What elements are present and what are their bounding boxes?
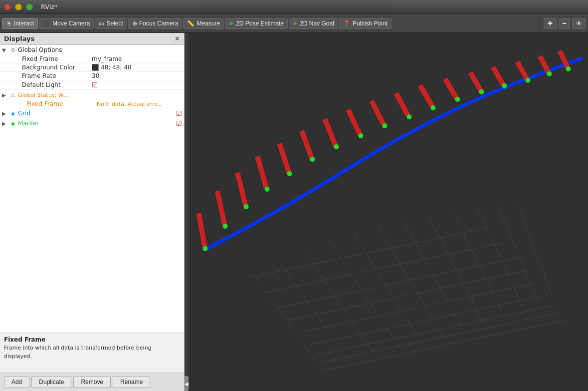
global-status-label: Global Status: W... [18, 92, 68, 98]
remove-button[interactable]: Remove [73, 376, 111, 388]
left-panel: Displays ✕ ▼ ⚙ Global Options Fixed Fram… [0, 33, 185, 391]
close-displays-button[interactable]: ✕ [175, 35, 180, 42]
dot-2 [223, 224, 228, 229]
dot-3 [244, 204, 249, 209]
titlebar: RViz* [0, 0, 588, 14]
info-panel: Fixed Frame Frame into which all data is… [0, 333, 184, 373]
fixed-frame-status-value: No tf data. Actual erro... [97, 101, 182, 107]
close-button[interactable] [4, 3, 11, 10]
displays-title: Displays [4, 35, 34, 42]
maximize-button[interactable] [26, 3, 33, 10]
publish-point-icon: 📍 [343, 20, 351, 27]
pose-estimate-button[interactable]: ➤ 2D Pose Estimate [225, 18, 288, 29]
displays-header: Displays ✕ [0, 33, 184, 45]
add-display-button[interactable]: ✚ [544, 18, 557, 29]
pose-estimate-icon: ➤ [229, 20, 234, 27]
minimize-button[interactable] [15, 3, 22, 10]
dot-15 [526, 78, 531, 83]
duplicate-button[interactable]: Duplicate [31, 376, 71, 388]
dot-14 [502, 83, 507, 88]
background-color-prop[interactable]: Background Color 48; 48; 48 [0, 63, 184, 72]
fixed-frame-value: my_frame [92, 55, 182, 62]
global-options-arrow: ▼ [2, 47, 9, 53]
global-options-label: Global Options [18, 46, 62, 53]
measure-button[interactable]: 📏 Measure [183, 18, 224, 29]
dot-13 [479, 89, 484, 94]
global-options-item[interactable]: ▼ ⚙ Global Options [0, 45, 184, 55]
marker-icon: ◆ [9, 119, 17, 127]
dot-6 [310, 157, 315, 162]
collapse-handle[interactable]: ◀ [185, 376, 189, 391]
nav-goal-icon: ➤ [293, 20, 298, 27]
select-button[interactable]: ▭ Select [95, 18, 127, 29]
info-title: Fixed Frame [4, 336, 180, 343]
grid-checkbox: ☑ [176, 109, 182, 117]
camera-icon: ━ [563, 20, 566, 27]
dot-8 [359, 133, 364, 138]
select-icon: ▭ [99, 20, 104, 27]
toolbar: 🖱 Interact 🎥 Move Camera ▭ Select ⊕ Focu… [0, 14, 588, 33]
grid-arrow: ▶ [2, 111, 9, 116]
scene-svg [189, 33, 588, 391]
dot-12 [455, 97, 460, 102]
marker-label: Marker [18, 120, 38, 127]
marker-checkbox-icon: ☑ [176, 119, 182, 127]
main-area: Displays ✕ ▼ ⚙ Global Options Fixed Fram… [0, 33, 588, 391]
dot-10 [407, 114, 412, 119]
background-color-label: Background Color [22, 64, 92, 71]
dot-16 [547, 71, 552, 76]
background-color-value: 48; 48; 48 [92, 64, 182, 71]
viewport[interactable] [189, 33, 588, 391]
marker-checkbox: ☑ [176, 119, 182, 127]
tree-area[interactable]: ▼ ⚙ Global Options Fixed Frame my_frame … [0, 45, 184, 333]
fixed-frame-status-prop[interactable]: Fixed Frame No tf data. Actual erro... [0, 100, 184, 108]
svg-rect-0 [189, 33, 588, 391]
fixed-frame-status-label: Fixed Frame [27, 100, 97, 107]
add-button[interactable]: Add [4, 376, 29, 388]
interact-icon: 🖱 [6, 20, 12, 27]
checkbox-icon: ☑ [92, 81, 98, 89]
plus-icon: ✚ [548, 20, 553, 27]
warning-icon: ⚠ [9, 91, 17, 99]
dot-17 [566, 66, 571, 71]
dot-11 [431, 105, 436, 110]
grid-item[interactable]: ▶ ◈ Grid ☑ [0, 108, 184, 118]
grid-icon: ◈ [9, 109, 17, 117]
window-title: RViz* [41, 3, 58, 10]
global-status-item[interactable]: ▶ ⚠ Global Status: W... [0, 90, 184, 100]
fixed-frame-prop[interactable]: Fixed Frame my_frame [0, 55, 184, 63]
publish-point-button[interactable]: 📍 Publish Point [339, 18, 392, 29]
dot-4 [265, 187, 270, 192]
default-light-prop[interactable]: Default Light ☑ [0, 80, 184, 90]
dot-9 [383, 123, 388, 128]
global-status-arrow: ▶ [2, 92, 9, 98]
default-light-value: ☑ [92, 81, 182, 89]
marker-item[interactable]: ▶ ◆ Marker ☑ [0, 118, 184, 128]
dot-7 [334, 144, 339, 149]
color-swatch [92, 64, 99, 71]
view-button[interactable]: 👁 [572, 18, 586, 29]
focus-camera-icon: ⊕ [132, 20, 137, 27]
move-camera-icon: 🎥 [43, 20, 50, 27]
frame-rate-value: 30 [92, 72, 182, 79]
frame-rate-prop[interactable]: Frame Rate 30 [0, 72, 184, 80]
fixed-frame-label: Fixed Frame [22, 55, 92, 62]
bottom-buttons: Add Duplicate Remove Rename [0, 373, 184, 391]
nav-goal-button[interactable]: ➤ 2D Nav Goal [289, 18, 338, 29]
dot-5 [287, 171, 292, 176]
toolbar-right: ✚ ━ 👁 [544, 18, 586, 29]
grid-checkbox-icon: ☑ [176, 109, 182, 117]
camera-options-button[interactable]: ━ [559, 18, 570, 29]
focus-camera-button[interactable]: ⊕ Focus Camera [128, 18, 183, 29]
gear-icon: ⚙ [9, 46, 17, 54]
rename-button[interactable]: Rename [113, 376, 150, 388]
interact-button[interactable]: 🖱 Interact [2, 18, 38, 29]
marker-arrow: ▶ [2, 121, 9, 126]
dot-1 [203, 246, 208, 251]
eye-icon: 👁 [576, 20, 582, 27]
move-camera-button[interactable]: 🎥 Move Camera [39, 18, 94, 29]
default-light-label: Default Light [22, 81, 92, 88]
grid-label: Grid [18, 110, 30, 117]
info-text: Frame into which all data is transformed… [4, 344, 180, 361]
measure-icon: 📏 [187, 20, 195, 27]
